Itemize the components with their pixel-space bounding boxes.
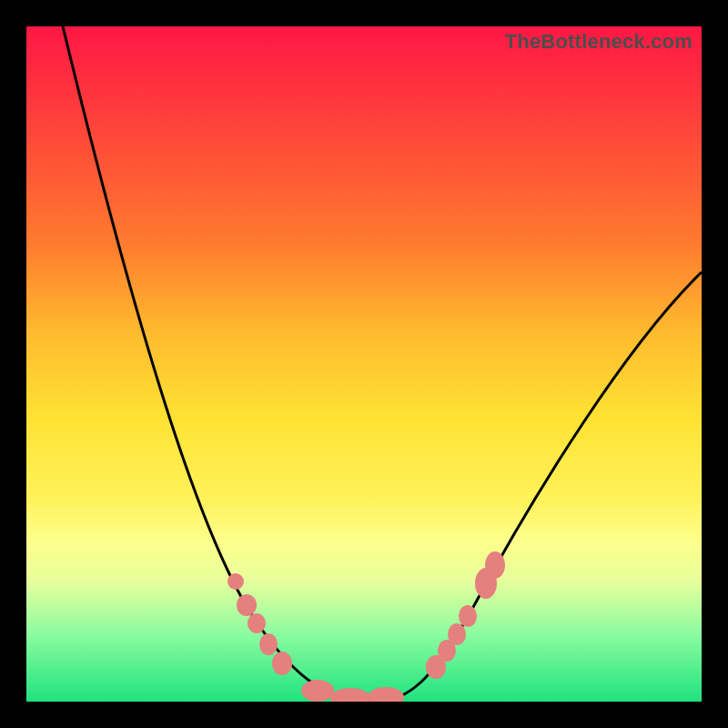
curve-marker-3 (259, 633, 278, 655)
curve-marker-7 (368, 687, 404, 702)
watermark-text: TheBottleneck.com (505, 30, 693, 54)
curve-marker-11 (459, 605, 477, 627)
curve-marker-6 (330, 688, 370, 702)
curve-marker-9 (438, 640, 456, 662)
curve-marker-4 (272, 652, 292, 675)
curve-marker-2 (248, 613, 266, 633)
chart-frame: TheBottleneck.com (0, 0, 728, 728)
bottleneck-curve (63, 26, 702, 702)
curve-marker-12 (475, 568, 497, 599)
curve-marker-1 (237, 594, 257, 616)
curve-marker-10 (448, 623, 466, 645)
marker-group (228, 551, 505, 702)
curve-marker-8 (426, 655, 446, 679)
curve-marker-0 (228, 573, 244, 590)
bottleneck-curve-svg (26, 26, 702, 702)
curve-marker-5 (301, 680, 334, 702)
plot-area: TheBottleneck.com (26, 26, 702, 702)
curve-marker-13 (485, 551, 505, 579)
